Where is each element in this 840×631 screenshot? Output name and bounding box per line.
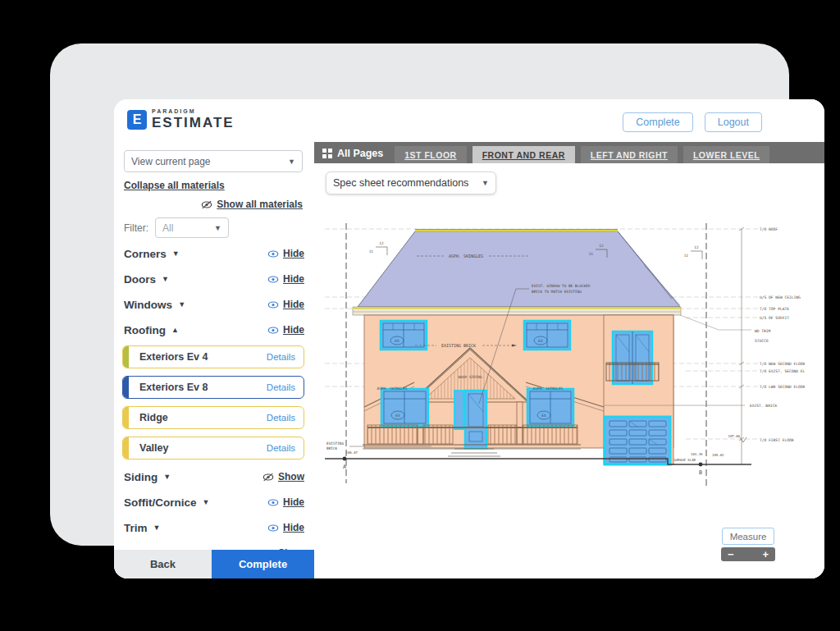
pitch-run: 11 <box>684 254 689 258</box>
app-window: E PARADIGM ESTIMATE Complete Logout View… <box>114 99 824 578</box>
pages-tabbar: All Pages 1ST FLOOR FRONT AND REAR LEFT … <box>314 142 824 163</box>
eye-icon <box>267 275 279 284</box>
material-card-exteriors-ev8[interactable]: Exteriors Ev 8 Details <box>122 376 304 399</box>
show-all-materials-link[interactable]: Show all materials <box>201 199 303 210</box>
garage-slab-label: GARAGE SLAB <box>674 458 696 462</box>
window-ex-label: EX <box>538 339 543 343</box>
material-card-exteriors-ev4[interactable]: Exteriors Ev 4 Details <box>122 345 304 368</box>
material-color-stripe <box>123 437 129 459</box>
chevron-down-icon: ▼ <box>162 275 169 283</box>
category-label: Roofing <box>124 324 166 336</box>
toggle-siding-visibility[interactable]: Show <box>262 471 304 482</box>
materials-sidebar: View current page ▼ Collapse all materia… <box>114 140 314 578</box>
complete-button-bottom[interactable]: Complete <box>212 550 314 578</box>
pitch-rise: 12 <box>379 241 384 245</box>
datum-to-new-second-floor: T/O NEW SECOND FLOOR <box>760 362 805 366</box>
toggle-roofing-visibility[interactable]: Hide <box>267 324 304 336</box>
sidebar-item-corners[interactable]: Corners▼ Hide <box>124 245 304 263</box>
complete-button-top[interactable]: Complete <box>623 112 693 132</box>
window-ex-label: EX <box>395 414 400 418</box>
front-elevation-drawing: EX EX <box>325 200 805 565</box>
elevation-a: 106.67 <box>346 450 358 455</box>
details-link[interactable]: Details <box>267 413 295 423</box>
blocked-window-note-2: BRICK TO MATCH EXISTING <box>532 290 582 294</box>
sidebar-item-trim[interactable]: Trim▼ Hide <box>124 519 304 537</box>
paradigm-estimate-logo: E PARADIGM ESTIMATE <box>127 108 235 130</box>
sidebar-item-roofing[interactable]: Roofing▲ Hide <box>124 321 304 339</box>
sidebar-item-siding[interactable]: Siding▼ Show <box>124 468 304 486</box>
gable-siding-label: WOOD SIDING <box>458 375 482 379</box>
porch-roof-label-right: ASPH. SHINGLES <box>532 386 563 391</box>
existing-brick-label-left-1: EXISTING <box>326 441 345 446</box>
garage-slab-elevation: 103.39 <box>691 452 703 456</box>
material-card-valley[interactable]: Valley Details <box>122 437 304 460</box>
details-link[interactable]: Details <box>267 382 295 392</box>
zoom-out-button[interactable]: − <box>728 549 734 560</box>
view-page-select[interactable]: View current page ▼ <box>124 150 303 172</box>
eye-icon <box>267 249 279 258</box>
category-label: Doors <box>124 273 156 286</box>
toggle-corners-visibility[interactable]: Hide <box>267 248 304 259</box>
back-button[interactable]: Back <box>114 550 212 578</box>
datum-to-exist-second-floor: T/O EXIST. SECOND FLOOR <box>760 369 805 373</box>
existing-brick-label-center: EXISTING BRICK <box>441 343 476 348</box>
blocked-window-note-1: EXIST. WINDOW TO BE BLOCKED <box>532 284 591 288</box>
material-color-stripe <box>123 407 129 428</box>
collapse-all-link[interactable]: Collapse all materials <box>124 180 225 191</box>
main-area: All Pages 1ST FLOOR FRONT AND REAR LEFT … <box>314 140 824 578</box>
sidebar-item-soffit-cornice[interactable]: Soffit/Cornice▼ Hide <box>124 493 304 511</box>
tab-left-and-right[interactable]: LEFT AND RIGHT <box>581 146 678 163</box>
chevron-down-icon: ▼ <box>153 524 161 532</box>
zoom-in-button[interactable]: + <box>762 549 769 560</box>
spec-sheet-select[interactable]: Spec sheet recommendations ▼ <box>326 171 496 194</box>
existing-brick-label-left-2: BRICK <box>326 446 338 450</box>
chevron-down-icon: ▼ <box>288 158 295 166</box>
spec-sheet-select-value: Spec sheet recommendations <box>333 177 468 189</box>
measure-button[interactable]: Measure <box>722 528 774 545</box>
material-color-stripe <box>123 377 129 398</box>
eye-off-icon <box>201 200 212 209</box>
toggle-trim-visibility[interactable]: Hide <box>267 522 304 533</box>
chevron-down-icon: ▼ <box>172 249 180 258</box>
grade-b-elevation: 105.62 <box>712 453 724 457</box>
toggle-windows-visibility[interactable]: Hide <box>267 299 304 310</box>
all-pages-button[interactable]: All Pages <box>322 148 383 159</box>
window-ex-label: EX <box>541 414 546 418</box>
material-label: Exteriors Ev 8 <box>139 382 208 393</box>
datum-us-soffit: U/S OF SOFFIT <box>760 316 789 320</box>
tab-lower-level[interactable]: LOWER LEVEL <box>683 146 769 163</box>
eye-off-icon <box>262 473 274 482</box>
material-card-ridge[interactable]: Ridge Details <box>122 406 304 429</box>
brand-name-text: ESTIMATE <box>152 116 235 130</box>
eye-icon <box>267 524 279 533</box>
grade-point-a: A <box>343 464 346 470</box>
category-label: Siding <box>124 471 158 483</box>
note-exist-brick: EXIST. BRICK <box>750 404 777 408</box>
chevron-up-icon: ▲ <box>171 326 179 334</box>
tab-1st-floor[interactable]: 1ST FLOOR <box>395 146 466 163</box>
sidebar-item-windows[interactable]: Windows▼ Hide <box>124 295 304 313</box>
details-link[interactable]: Details <box>267 443 295 453</box>
datum-us-new-ceiling: U/S OF NEW CEILING <box>760 295 801 299</box>
grid-icon <box>322 149 332 158</box>
app-header: E PARADIGM ESTIMATE Complete Logout <box>114 99 824 140</box>
pitch-run: 11 <box>369 249 374 254</box>
roof-material-label: ASPH. SHINGLES <box>449 254 483 258</box>
device-frame: E PARADIGM ESTIMATE Complete Logout View… <box>50 43 789 546</box>
toggle-doors-visibility[interactable]: Hide <box>267 273 304 285</box>
first-floor-elevation: 107.60 <box>728 434 741 438</box>
drawing-canvas[interactable]: Spec sheet recommendations ▼ <box>314 163 824 578</box>
eye-icon <box>267 300 279 309</box>
tab-front-and-rear[interactable]: FRONT AND REAR <box>472 146 575 163</box>
sidebar-item-doors[interactable]: Doors▼ Hide <box>124 270 304 288</box>
toggle-soffit-visibility[interactable]: Hide <box>267 496 304 508</box>
note-stucco: STUCCO <box>755 339 769 343</box>
details-link[interactable]: Details <box>267 352 295 362</box>
filter-select[interactable]: All ▼ <box>155 217 229 238</box>
logout-button[interactable]: Logout <box>705 112 762 132</box>
porch-roof-label-left: ASPH. SHINGLES <box>377 386 407 391</box>
pitch-run: 11 <box>589 252 594 256</box>
category-label: Soffit/Cornice <box>124 496 197 509</box>
material-label: Valley <box>139 442 168 454</box>
category-label: Corners <box>124 248 167 260</box>
